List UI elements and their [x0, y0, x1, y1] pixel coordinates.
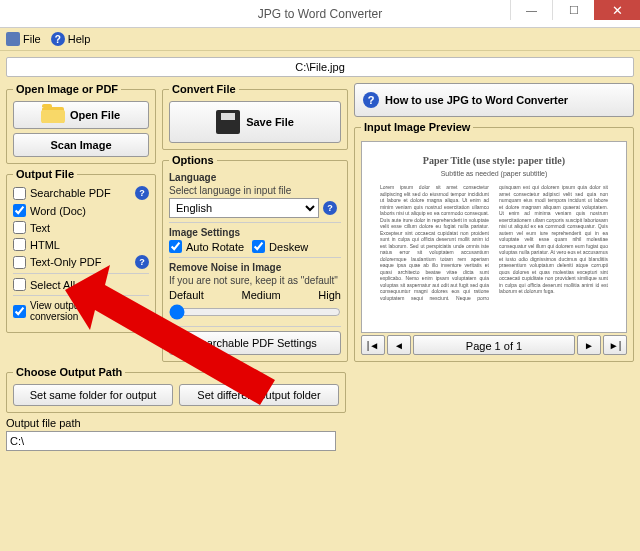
preview-group: Input Image Preview Paper Title (use sty…	[354, 121, 634, 362]
howto-button[interactable]: ? How to use JPG to Word Converter	[354, 83, 634, 117]
language-desc: Select language in input file	[169, 185, 341, 196]
window-title: JPG to Word Converter	[258, 7, 383, 21]
noise-default-label: Default	[169, 289, 204, 301]
choose-output-path-legend: Choose Output Path	[13, 366, 125, 378]
close-button[interactable]: ✕	[594, 0, 640, 20]
word-doc-checkbox[interactable]	[13, 204, 26, 217]
diff-folder-label: Set different output folder	[197, 389, 320, 401]
text-only-pdf-label: Text-Only PDF	[30, 256, 102, 268]
open-file-button[interactable]: Open File	[13, 101, 149, 129]
open-image-group: Open Image or PDF Open File Scan Image	[6, 83, 156, 164]
text-checkbox[interactable]	[13, 221, 26, 234]
window-controls: — ☐ ✕	[510, 0, 640, 20]
save-file-label: Save File	[246, 116, 294, 128]
help-icon: ?	[363, 92, 379, 108]
minimize-button[interactable]: —	[510, 0, 552, 20]
deskew-label: Deskew	[269, 241, 308, 253]
view-output-checkbox[interactable]	[13, 305, 26, 318]
options-group: Options Language Select language in inpu…	[162, 154, 348, 362]
menu-help-label: Help	[68, 33, 91, 45]
help-icon[interactable]: ?	[135, 255, 149, 269]
maximize-button[interactable]: ☐	[552, 0, 594, 20]
open-image-legend: Open Image or PDF	[13, 83, 121, 95]
image-settings-heading: Image Settings	[169, 227, 341, 238]
preview-page: Paper Title (use style: paper title) Sub…	[361, 141, 627, 333]
noise-slider[interactable]	[169, 304, 341, 320]
pager-first-button[interactable]: |◄	[361, 335, 385, 355]
output-path-input[interactable]	[6, 431, 336, 451]
select-all-label: Select All	[30, 279, 75, 291]
titlebar: JPG to Word Converter — ☐ ✕	[0, 0, 640, 28]
html-label: HTML	[30, 239, 60, 251]
menubar: File ? Help	[0, 28, 640, 51]
folder-icon	[42, 107, 64, 123]
help-icon[interactable]: ?	[323, 201, 337, 215]
searchable-pdf-checkbox[interactable]	[13, 187, 26, 200]
searchable-pdf-settings-button[interactable]: Searchable PDF Settings	[169, 331, 341, 355]
pager-label: Page 1 of 1	[413, 335, 575, 355]
floppy-icon	[216, 110, 240, 134]
pager: |◄ ◄ Page 1 of 1 ► ►|	[361, 335, 627, 355]
language-select[interactable]: English	[169, 198, 319, 218]
help-icon[interactable]: ?	[135, 186, 149, 200]
preview-paper-title: Paper Title (use style: paper title)	[380, 154, 608, 167]
convert-file-group: Convert File Save File	[162, 83, 348, 150]
noise-high-label: High	[318, 289, 341, 301]
searchable-pdf-label: Searchable PDF	[30, 187, 111, 199]
noise-medium-label: Medium	[242, 289, 281, 301]
html-checkbox[interactable]	[13, 238, 26, 251]
menu-help[interactable]: ? Help	[51, 32, 91, 46]
preview-legend: Input Image Preview	[361, 121, 473, 133]
open-file-label: Open File	[70, 109, 120, 121]
preview-paper-subtitle: Subtitle as needed (paper subtitle)	[380, 169, 608, 178]
howto-label: How to use JPG to Word Converter	[385, 94, 568, 106]
filepath-display: C:\File.jpg	[6, 57, 634, 77]
save-file-button[interactable]: Save File	[169, 101, 341, 143]
language-heading: Language	[169, 172, 341, 183]
menu-file[interactable]: File	[6, 32, 41, 46]
output-file-group: Output File Searchable PDF ? Word (Doc) …	[6, 168, 156, 333]
preview-body: Lorem ipsum dolor sit amet consectetur a…	[380, 184, 608, 301]
noise-desc: If you are not sure, keep it as "default…	[169, 275, 341, 286]
scan-image-button[interactable]: Scan Image	[13, 133, 149, 157]
pager-prev-button[interactable]: ◄	[387, 335, 411, 355]
searchable-pdf-settings-label: Searchable PDF Settings	[193, 337, 317, 349]
auto-rotate-label: Auto Rotate	[186, 241, 244, 253]
output-file-legend: Output File	[13, 168, 77, 180]
help-icon: ?	[51, 32, 65, 46]
noise-heading: Remove Noise in Image	[169, 262, 341, 273]
select-all-checkbox[interactable]	[13, 278, 26, 291]
output-path-label: Output file path	[6, 417, 346, 429]
menu-file-label: File	[23, 33, 41, 45]
choose-output-path-group: Choose Output Path Set same folder for o…	[6, 366, 346, 413]
view-output-label: View output files after conversion	[30, 300, 149, 322]
same-folder-label: Set same folder for output	[30, 389, 157, 401]
text-only-pdf-checkbox[interactable]	[13, 256, 26, 269]
convert-file-legend: Convert File	[169, 83, 239, 95]
diff-folder-button[interactable]: Set different output folder	[179, 384, 339, 406]
scan-image-label: Scan Image	[50, 139, 111, 151]
options-legend: Options	[169, 154, 217, 166]
disk-icon	[6, 32, 20, 46]
same-folder-button[interactable]: Set same folder for output	[13, 384, 173, 406]
deskew-checkbox[interactable]	[252, 240, 265, 253]
auto-rotate-checkbox[interactable]	[169, 240, 182, 253]
pager-last-button[interactable]: ►|	[603, 335, 627, 355]
word-doc-label: Word (Doc)	[30, 205, 86, 217]
text-label: Text	[30, 222, 50, 234]
pager-next-button[interactable]: ►	[577, 335, 601, 355]
